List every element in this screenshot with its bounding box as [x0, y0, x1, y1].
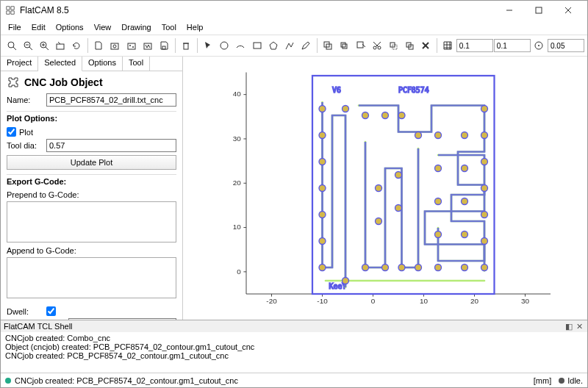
edit-icon[interactable]: [298, 37, 314, 54]
svg-rect-29: [341, 43, 345, 47]
svg-point-70: [319, 106, 326, 112]
svg-point-103: [481, 265, 488, 271]
tab-selected[interactable]: Selected: [38, 57, 82, 71]
minimize-button[interactable]: [495, 1, 524, 20]
tool-dia-input[interactable]: [46, 139, 176, 152]
menu-help[interactable]: Help: [182, 21, 208, 33]
zoom-out-icon[interactable]: [20, 37, 35, 54]
zoom-in-icon[interactable]: [36, 37, 51, 54]
svg-point-88: [435, 165, 442, 172]
name-input[interactable]: [46, 93, 176, 107]
svg-point-17: [113, 45, 116, 48]
cnc-job-icon: [7, 76, 20, 89]
svg-point-99: [481, 159, 488, 165]
circle-icon[interactable]: [217, 37, 232, 54]
menu-drawing[interactable]: Drawing: [117, 21, 155, 33]
menu-tool[interactable]: Tool: [157, 21, 181, 33]
svg-rect-31: [357, 42, 363, 48]
close-button[interactable]: [553, 1, 583, 20]
plot-checkbox[interactable]: [7, 127, 16, 137]
menu-view[interactable]: View: [90, 21, 116, 33]
svg-line-5: [13, 47, 16, 50]
rect-icon[interactable]: [249, 37, 265, 54]
svg-point-89: [435, 198, 442, 205]
append-label: Append to G-Code:: [7, 246, 76, 255]
svg-point-25: [220, 42, 228, 49]
export-gcode-head: Export G-Code:: [7, 174, 176, 188]
svg-point-100: [481, 185, 488, 192]
svg-point-75: [319, 238, 326, 245]
grid-x-input[interactable]: [456, 39, 493, 52]
cut-path-icon[interactable]: [369, 37, 384, 54]
svg-point-98: [481, 132, 488, 139]
svg-rect-16: [111, 43, 118, 49]
silk-v6: V6: [332, 86, 341, 94]
delete-icon[interactable]: [178, 37, 193, 54]
dwell-checkbox[interactable]: [46, 306, 56, 316]
svg-point-72: [319, 159, 326, 165]
object-title: CNC Job Object: [24, 76, 103, 88]
shell-output[interactable]: CNCjob created: Combo_cncObject (cncjob)…: [1, 332, 587, 373]
save-icon[interactable]: [156, 37, 171, 54]
append-textarea[interactable]: [7, 257, 176, 298]
open-gerber-icon[interactable]: [107, 37, 123, 54]
delete-shape-icon[interactable]: [418, 37, 434, 54]
clear-plot-icon[interactable]: [52, 37, 68, 54]
titlebar: FlatCAM 8.5: [1, 1, 587, 20]
zoom-fit-icon[interactable]: [4, 37, 19, 54]
svg-text:30: 30: [233, 134, 241, 143]
app-icon: [5, 5, 15, 15]
svg-text:0: 0: [371, 297, 376, 305]
select-icon[interactable]: [201, 37, 216, 54]
open-gcode-icon[interactable]: [140, 37, 155, 54]
svg-point-94: [462, 198, 468, 205]
intersection-icon[interactable]: [337, 37, 352, 54]
dwell-label: Dwell:: [7, 307, 43, 316]
svg-point-102: [481, 238, 488, 245]
svg-text:-10: -10: [317, 297, 328, 305]
svg-point-86: [415, 265, 422, 271]
svg-line-9: [29, 47, 32, 50]
update-plot-button[interactable]: Update Plot: [7, 155, 176, 170]
shell-float-icon[interactable]: ◧: [564, 322, 574, 331]
svg-text:-20: -20: [266, 297, 277, 305]
tab-tool[interactable]: Tool: [123, 57, 150, 71]
move-icon[interactable]: [385, 37, 401, 54]
replot-icon[interactable]: [69, 37, 85, 54]
prepend-textarea[interactable]: [7, 201, 176, 242]
snap-input[interactable]: [548, 39, 584, 52]
path-icon[interactable]: [282, 37, 297, 54]
toolbar: [1, 35, 587, 57]
sidebar: Project Selected Options Tool CNC Job Ob…: [1, 57, 183, 320]
tab-project[interactable]: Project: [1, 57, 38, 71]
copy-icon[interactable]: [401, 37, 417, 54]
svg-point-93: [462, 165, 468, 172]
tab-options[interactable]: Options: [82, 57, 123, 71]
svg-point-85: [415, 132, 422, 139]
menu-options[interactable]: Options: [51, 21, 88, 33]
subtract-icon[interactable]: [353, 37, 368, 54]
svg-point-87: [435, 132, 442, 139]
shell-close-icon[interactable]: ✕: [574, 322, 584, 331]
new-icon[interactable]: [91, 37, 107, 54]
svg-point-83: [398, 112, 405, 119]
plot-svg: -20-100102030010203040 V6 PCF8574 KeeY: [189, 62, 581, 314]
tcl-shell: FlatCAM TCL Shell ◧ ✕ CNCjob created: Co…: [1, 320, 587, 373]
status-dot-icon: [5, 378, 11, 384]
svg-text:0: 0: [237, 267, 241, 276]
union-icon[interactable]: [320, 37, 336, 54]
grid-icon[interactable]: [440, 37, 456, 54]
svg-point-76: [319, 265, 326, 271]
side-tabs: Project Selected Options Tool: [1, 57, 182, 71]
grid-y-input[interactable]: [494, 39, 531, 52]
menu-file[interactable]: File: [4, 21, 26, 33]
menu-edit[interactable]: Edit: [27, 21, 50, 33]
snap-icon[interactable]: [531, 37, 547, 54]
polygon-icon[interactable]: [265, 37, 281, 54]
svg-point-71: [319, 132, 326, 139]
open-excellon-icon[interactable]: [123, 37, 139, 54]
arc-icon[interactable]: [233, 37, 248, 54]
idle-dot-icon: [559, 378, 564, 384]
maximize-button[interactable]: [524, 1, 553, 20]
plot-canvas[interactable]: -20-100102030010203040 V6 PCF8574 KeeY: [183, 57, 587, 320]
